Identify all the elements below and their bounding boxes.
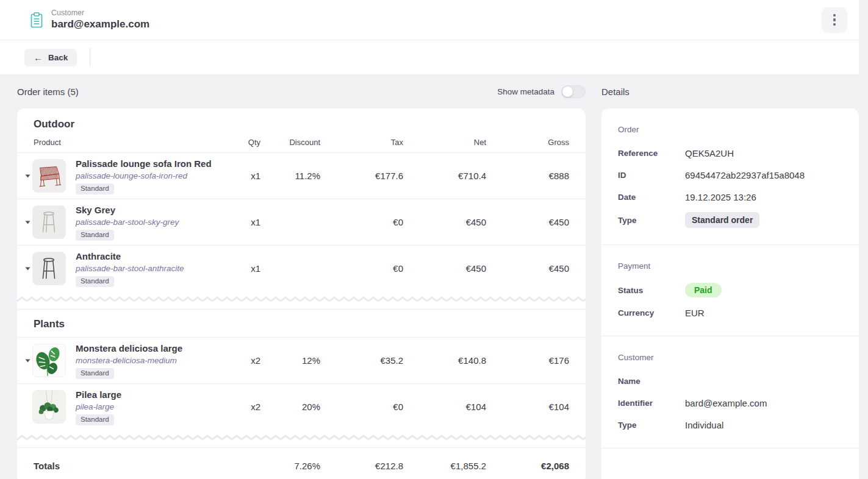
details-field: TypeStandard order bbox=[618, 212, 842, 228]
details-field-label: Name bbox=[618, 377, 685, 386]
product-slug: palissade-lounge-sofa-iron-red bbox=[76, 171, 187, 181]
product-info: Palissade lounge sofa Iron Redpalissade-… bbox=[76, 158, 212, 194]
order-items-column: Order items (5) Show metadata OutdoorPro… bbox=[17, 85, 586, 479]
cell-tax: €177.6 bbox=[320, 171, 403, 181]
details-field-label: Date bbox=[618, 193, 685, 202]
details-field-label: Type bbox=[618, 420, 685, 430]
product-slug: pilea-large bbox=[76, 402, 114, 412]
details-section-divider bbox=[601, 448, 859, 449]
chevron-down-icon bbox=[25, 359, 30, 363]
header-entity-label: Customer bbox=[51, 9, 149, 18]
details-field-label: Currency bbox=[618, 308, 685, 318]
details-field-value: Individual bbox=[685, 420, 723, 430]
more-actions-button[interactable] bbox=[822, 7, 847, 33]
details-field: Name bbox=[618, 374, 842, 388]
table-row[interactable]: Anthracitepalissade-bar-stool-anthracite… bbox=[17, 246, 586, 291]
product-variant-badge: Standard bbox=[76, 414, 114, 425]
cell-qty: x1 bbox=[224, 263, 260, 274]
toolbar: ← Back bbox=[0, 40, 859, 74]
category-title-block: Plants bbox=[17, 310, 586, 331]
page-header: Customer bard@example.com bbox=[0, 0, 859, 40]
section-header-spacer bbox=[17, 331, 586, 337]
back-button-label: Back bbox=[48, 53, 68, 62]
expand-row-button[interactable] bbox=[23, 267, 32, 271]
cell-net: €450 bbox=[403, 263, 486, 274]
table-row[interactable]: Monstera deliciosa largemonstera-delicio… bbox=[17, 338, 586, 383]
details-field: ID69454472ab22937af15a8048 bbox=[618, 168, 842, 182]
details-field-value: 19.12.2025 13:26 bbox=[685, 192, 756, 202]
product-variant-badge: Standard bbox=[76, 368, 114, 379]
order-items-card: OutdoorProductQtyDiscountTaxNetGross Pal… bbox=[17, 108, 586, 479]
details-section-title: Customer bbox=[618, 353, 842, 362]
chevron-down-icon bbox=[25, 267, 30, 271]
details-field: StatusPaid bbox=[618, 283, 842, 297]
details-field-label: ID bbox=[618, 171, 685, 180]
details-section-title: Payment bbox=[618, 261, 842, 271]
cell-discount: 11.2% bbox=[260, 171, 320, 181]
product-info: Sky Greypalissade-bar-stool-sky-greyStan… bbox=[76, 204, 179, 241]
table-column-headers: ProductQtyDiscountTaxNetGross bbox=[17, 131, 586, 152]
product-cell: Pilea largepilea-largeStandard bbox=[23, 389, 224, 425]
back-arrow-icon: ← bbox=[34, 52, 43, 63]
cell-qty: x1 bbox=[224, 171, 260, 181]
expand-row-button[interactable] bbox=[23, 221, 32, 224]
product-name: Pilea large bbox=[76, 389, 121, 400]
expand-row-button[interactable] bbox=[23, 174, 32, 178]
category-title: Plants bbox=[34, 318, 569, 331]
details-field: CurrencyEUR bbox=[618, 306, 842, 319]
chevron-down-icon bbox=[25, 221, 30, 224]
details-field: Identifierbard@example.com bbox=[618, 396, 842, 410]
cell-net: €450 bbox=[403, 217, 486, 227]
product-info: Anthracitepalissade-bar-stool-anthracite… bbox=[76, 250, 184, 287]
product-info: Monstera deliciosa largemonstera-delicio… bbox=[76, 342, 182, 379]
table-row[interactable]: Sky Greypalissade-bar-stool-sky-greyStan… bbox=[17, 199, 586, 245]
column-header-qty: Qty bbox=[224, 138, 260, 147]
receipt-zigzag-divider bbox=[17, 430, 586, 447]
back-button[interactable]: ← Back bbox=[24, 49, 77, 66]
order-items-heading: Order items (5) bbox=[17, 87, 79, 97]
product-cell: Anthracitepalissade-bar-stool-anthracite… bbox=[23, 250, 224, 287]
table-row[interactable]: Palissade lounge sofa Iron Redpalissade-… bbox=[17, 153, 586, 199]
totals-discount: 7.26% bbox=[260, 461, 320, 471]
product-name: Palissade lounge sofa Iron Red bbox=[76, 158, 212, 169]
cell-qty: x2 bbox=[224, 355, 260, 366]
table-row[interactable]: Pilea largepilea-largeStandardx220%€0€10… bbox=[17, 384, 586, 430]
category-title: Outdoor bbox=[34, 118, 569, 131]
cell-tax: €0 bbox=[320, 217, 403, 227]
cell-net: €104 bbox=[403, 402, 486, 412]
details-field-value: bard@example.com bbox=[685, 398, 767, 408]
product-slug: palissade-bar-stool-sky-grey bbox=[76, 217, 179, 227]
cell-gross: €176 bbox=[486, 355, 569, 366]
cell-discount: 12% bbox=[260, 355, 320, 366]
clipboard-icon bbox=[30, 12, 43, 28]
cell-tax: €0 bbox=[320, 402, 403, 412]
product-variant-badge: Standard bbox=[76, 183, 114, 194]
totals-label: Totals bbox=[34, 461, 224, 471]
cell-gross: €888 bbox=[486, 171, 569, 181]
cell-net: €710.4 bbox=[403, 171, 486, 181]
product-cell: Monstera deliciosa largemonstera-delicio… bbox=[23, 342, 224, 379]
show-metadata-toggle[interactable] bbox=[561, 85, 586, 98]
order-type-badge: Standard order bbox=[685, 212, 759, 228]
totals-net: €1,855.2 bbox=[403, 461, 486, 471]
product-info: Pilea largepilea-largeStandard bbox=[76, 389, 121, 425]
column-header-gross: Gross bbox=[486, 138, 569, 147]
details-heading: Details bbox=[601, 87, 629, 97]
page-title: bard@example.com bbox=[51, 18, 149, 31]
expand-row-button[interactable] bbox=[23, 359, 32, 363]
cell-discount: 20% bbox=[260, 402, 320, 412]
details-field: TypeIndividual bbox=[618, 418, 842, 431]
details-column: Details OrderReferenceQEK5A2UHID69454472… bbox=[601, 85, 859, 479]
totals-row: Totals 7.26% €212.8 €1,855.2 €2,068 bbox=[17, 448, 586, 479]
product-name: Sky Grey bbox=[76, 204, 115, 216]
show-metadata-label: Show metadata bbox=[497, 87, 554, 96]
product-name: Anthracite bbox=[76, 250, 121, 262]
toolbar-divider bbox=[90, 48, 90, 67]
details-section: PaymentStatusPaidCurrencyEUR bbox=[601, 245, 859, 336]
receipt-zigzag-divider bbox=[17, 291, 586, 309]
column-header-discount: Discount bbox=[260, 138, 320, 147]
cell-gross: €450 bbox=[486, 217, 569, 227]
product-slug: palissade-bar-stool-anthracite bbox=[76, 263, 184, 274]
details-field-label: Reference bbox=[618, 149, 685, 158]
column-header-net: Net bbox=[403, 138, 486, 147]
